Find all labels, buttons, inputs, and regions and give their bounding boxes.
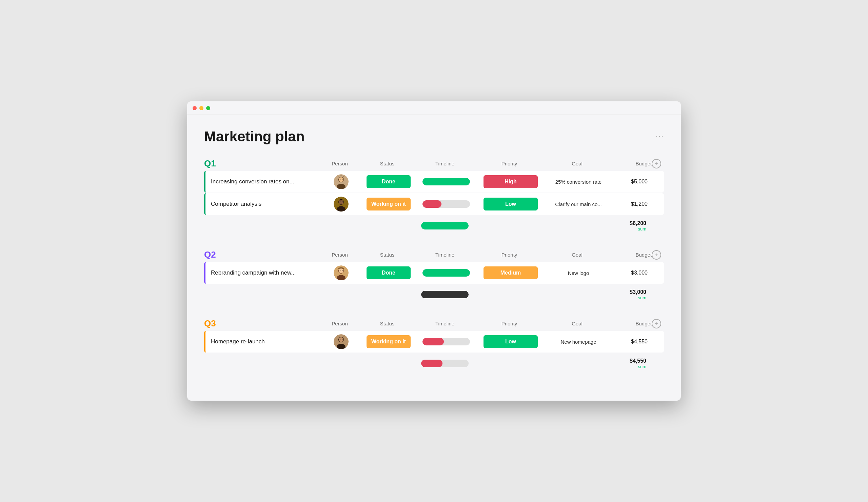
close-dot[interactable] (193, 106, 197, 110)
status-badge[interactable]: Done (366, 175, 411, 188)
priority-badge[interactable]: Medium (484, 266, 538, 279)
goal-cell: New logo (545, 270, 612, 276)
col-header-person: Person (319, 321, 360, 326)
goal-cell: New homepage (545, 339, 612, 345)
status-badge[interactable]: Working on it (366, 198, 411, 210)
col-header-person: Person (319, 252, 360, 258)
svg-point-11 (342, 201, 342, 202)
section-q1: Q1PersonStatusTimelinePriorityGoalBudget… (204, 158, 664, 236)
sum-budget: $6,200sum (611, 220, 652, 231)
section-q3: Q3PersonStatusTimelinePriorityGoalBudget… (204, 318, 664, 374)
svg-point-5 (342, 179, 342, 180)
sum-timeline-cell (414, 291, 475, 298)
more-options-button[interactable]: ··· (656, 132, 664, 141)
svg-point-23 (342, 339, 342, 339)
task-name: Competitor analysis (206, 201, 321, 207)
col-header-timeline: Timeline (414, 161, 475, 166)
priority-badge[interactable]: Low (484, 198, 538, 210)
task-name: Rebranding campaign with new... (206, 270, 321, 276)
budget-cell: $4,550 (612, 338, 653, 345)
col-header-status: Status (360, 161, 414, 166)
svg-point-4 (340, 179, 340, 180)
sum-timeline-cell (414, 222, 475, 229)
sum-timeline-cell (414, 360, 475, 367)
sum-budget: $4,550sum (611, 358, 652, 369)
svg-point-22 (340, 339, 340, 339)
section-title-q1: Q1 (204, 158, 319, 169)
col-header-goal: Goal (543, 161, 611, 166)
maximize-dot[interactable] (206, 106, 210, 110)
timeline-cell (416, 338, 477, 345)
priority-badge[interactable]: High (484, 175, 538, 188)
svg-point-10 (340, 201, 340, 202)
add-task-button-q3[interactable]: + (652, 319, 661, 328)
add-task-button-q2[interactable]: + (652, 250, 661, 260)
col-header-priority: Priority (475, 161, 543, 166)
page-title: Marketing plan (204, 128, 304, 145)
table-row[interactable]: Homepage re-launch Working on itLowNew h… (204, 331, 664, 353)
svg-point-16 (340, 270, 340, 271)
col-header-priority: Priority (475, 321, 543, 326)
svg-point-3 (339, 177, 343, 182)
svg-point-15 (339, 269, 343, 273)
svg-point-17 (342, 270, 342, 271)
budget-cell: $5,000 (612, 179, 653, 185)
table-row[interactable]: Rebranding campaign with new... DoneMedi… (204, 262, 664, 284)
task-name: Homepage re-launch (206, 338, 321, 345)
table-row[interactable]: Increasing conversion rates on... DoneHi… (204, 171, 664, 192)
col-header-budget: Budget (611, 252, 652, 258)
col-header-goal: Goal (543, 252, 611, 258)
task-name: Increasing conversion rates on... (206, 178, 321, 185)
goal-cell: Clarify our main co... (545, 201, 612, 207)
col-header-timeline: Timeline (414, 252, 475, 258)
svg-point-21 (339, 337, 343, 342)
goal-cell: 25% conversion rate (545, 179, 612, 185)
titlebar (187, 101, 681, 115)
col-header-person: Person (319, 161, 360, 166)
section-header-q3: Q3PersonStatusTimelinePriorityGoalBudget… (204, 318, 664, 329)
section-header-q1: Q1PersonStatusTimelinePriorityGoalBudget… (204, 158, 664, 169)
col-header-status: Status (360, 321, 414, 326)
status-badge[interactable]: Working on it (366, 335, 411, 348)
col-header-priority: Priority (475, 252, 543, 258)
col-header-status: Status (360, 252, 414, 258)
section-header-q2: Q2PersonStatusTimelinePriorityGoalBudget… (204, 250, 664, 260)
status-badge[interactable]: Done (366, 266, 411, 279)
main-content: Marketing plan ··· Q1PersonStatusTimelin… (187, 115, 681, 401)
col-header-timeline: Timeline (414, 321, 475, 326)
col-header-budget: Budget (611, 161, 652, 166)
budget-cell: $3,000 (612, 270, 653, 276)
avatar (334, 197, 349, 211)
sum-budget: $3,000sum (611, 289, 652, 300)
minimize-dot[interactable] (199, 106, 204, 110)
add-task-button-q1[interactable]: + (652, 159, 661, 168)
avatar (334, 334, 349, 349)
avatar (334, 265, 349, 280)
timeline-cell (416, 178, 477, 186)
col-header-budget: Budget (611, 321, 652, 326)
timeline-cell (416, 269, 477, 276)
app-window: Marketing plan ··· Q1PersonStatusTimelin… (187, 101, 681, 401)
budget-cell: $1,200 (612, 201, 653, 207)
avatar (334, 174, 349, 189)
col-header-goal: Goal (543, 321, 611, 326)
section-title-q3: Q3 (204, 318, 319, 329)
sum-row: $4,550sum (204, 353, 664, 374)
sections-container: Q1PersonStatusTimelinePriorityGoalBudget… (204, 158, 664, 374)
section-title-q2: Q2 (204, 250, 319, 260)
table-row[interactable]: Competitor analysis Working on itLowClar… (204, 193, 664, 215)
page-header: Marketing plan ··· (204, 128, 664, 145)
sum-row: $3,000sum (204, 284, 664, 305)
sum-row: $6,200sum (204, 216, 664, 236)
timeline-cell (416, 200, 477, 208)
section-q2: Q2PersonStatusTimelinePriorityGoalBudget… (204, 250, 664, 305)
priority-badge[interactable]: Low (484, 335, 538, 348)
